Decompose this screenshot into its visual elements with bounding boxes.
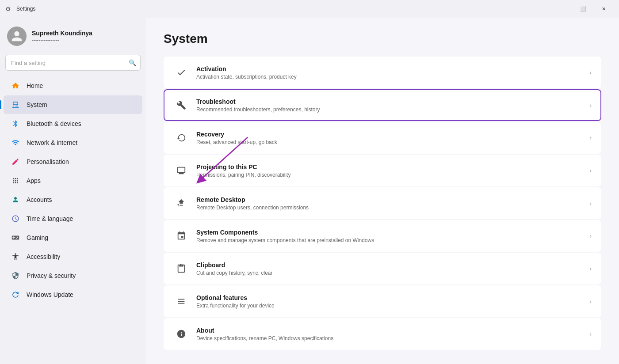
sidebar-item-personalisation[interactable]: Personalisation	[4, 152, 142, 171]
window-controls: ─ ⬜ ✕	[553, 2, 614, 16]
page-title: System	[164, 32, 601, 46]
settings-icon-recovery	[173, 130, 189, 146]
sidebar-item-accounts[interactable]: Accounts	[4, 190, 142, 209]
settings-item-recovery[interactable]: Recovery Reset, advanced start-up, go ba…	[164, 122, 601, 154]
settings-desc-projecting: Permissions, pairing PIN, discoverabilit…	[196, 172, 584, 178]
sidebar-item-update[interactable]: Windows Update	[4, 285, 142, 304]
titlebar: ⚙ Settings ─ ⬜ ✕	[0, 0, 619, 18]
chevron-right-icon: ›	[589, 134, 592, 141]
settings-text-about: About Device specifications, rename PC, …	[196, 327, 584, 341]
settings-text-projecting: Projecting to this PC Permissions, pairi…	[196, 163, 584, 178]
user-info: Supreeth Koundinya ••••••••••••••••	[32, 30, 92, 43]
settings-title-troubleshoot: Troubleshoot	[196, 98, 584, 105]
nav-label-personalisation: Personalisation	[27, 158, 69, 165]
nav-label-bluetooth: Bluetooth & devices	[27, 120, 81, 127]
sidebar-item-apps[interactable]: Apps	[4, 171, 142, 190]
user-name: Supreeth Koundinya	[32, 30, 92, 37]
nav-icon-accessibility	[11, 252, 20, 262]
sidebar-item-home[interactable]: Home	[4, 76, 142, 95]
nav-icon-accounts	[11, 195, 20, 205]
settings-title-activation: Activation	[196, 65, 584, 72]
settings-desc-clipboard: Cut and copy history, sync, clear	[196, 270, 584, 276]
settings-text-optional-features: Optional features Extra functionality fo…	[196, 294, 584, 309]
sidebar-item-system[interactable]: System	[4, 95, 142, 114]
minimize-button[interactable]: ─	[553, 2, 573, 16]
nav-label-accounts: Accounts	[27, 196, 52, 203]
settings-item-clipboard[interactable]: Clipboard Cut and copy history, sync, cl…	[164, 253, 601, 284]
settings-icon-clipboard	[173, 261, 189, 277]
settings-title-clipboard: Clipboard	[196, 262, 584, 269]
maximize-button[interactable]: ⬜	[573, 2, 593, 16]
settings-item-optional-features[interactable]: Optional features Extra functionality fo…	[164, 285, 601, 317]
settings-text-activation: Activation Activation state, subscriptio…	[196, 65, 584, 80]
nav-icon-home	[11, 81, 20, 91]
nav-icon-update	[11, 290, 20, 300]
nav-list: Home System Bluetooth & devices Network …	[0, 76, 146, 304]
sidebar-item-accessibility[interactable]: Accessibility	[4, 247, 142, 266]
nav-label-system: System	[27, 101, 47, 108]
settings-item-system-components[interactable]: System Components Remove and manage syst…	[164, 220, 601, 252]
nav-label-home: Home	[27, 82, 43, 89]
settings-text-troubleshoot: Troubleshoot Recommended troubleshooters…	[196, 98, 584, 113]
chevron-right-icon: ›	[589, 330, 592, 337]
nav-icon-network	[11, 138, 20, 148]
nav-label-update: Windows Update	[27, 291, 73, 298]
settings-desc-about: Device specifications, rename PC, Window…	[196, 335, 584, 341]
settings-icon-activation	[173, 64, 189, 80]
nav-icon-time	[11, 214, 20, 224]
nav-icon-personalisation	[11, 157, 20, 167]
nav-icon-bluetooth	[11, 119, 20, 129]
close-button[interactable]: ✕	[593, 2, 614, 16]
nav-label-network: Network & internet	[27, 139, 77, 146]
settings-icon-optional-features	[173, 293, 189, 309]
search-icon: 🔍	[129, 59, 136, 66]
settings-icon-troubleshoot	[173, 97, 189, 113]
chevron-right-icon: ›	[589, 69, 592, 76]
nav-icon-privacy	[11, 271, 20, 281]
settings-item-activation[interactable]: Activation Activation state, subscriptio…	[164, 57, 601, 88]
settings-icon-system-components	[173, 228, 189, 244]
sidebar: Supreeth Koundinya •••••••••••••••• 🔍 Ho…	[0, 18, 146, 364]
app-title: Settings	[16, 6, 35, 12]
settings-item-remote-desktop[interactable]: Remote Desktop Remote Desktop users, con…	[164, 187, 601, 219]
sidebar-item-network[interactable]: Network & internet	[4, 133, 142, 152]
settings-text-system-components: System Components Remove and manage syst…	[196, 229, 584, 243]
settings-text-recovery: Recovery Reset, advanced start-up, go ba…	[196, 131, 584, 145]
avatar	[7, 27, 27, 46]
settings-title-projecting: Projecting to this PC	[196, 163, 584, 171]
sidebar-item-gaming[interactable]: Gaming	[4, 228, 142, 247]
settings-text-clipboard: Clipboard Cut and copy history, sync, cl…	[196, 262, 584, 276]
nav-label-apps: Apps	[27, 177, 41, 184]
settings-desc-remote-desktop: Remote Desktop users, connection permiss…	[196, 205, 584, 211]
sidebar-item-privacy[interactable]: Privacy & security	[4, 266, 142, 285]
sidebar-item-bluetooth[interactable]: Bluetooth & devices	[4, 114, 142, 133]
settings-list: Activation Activation state, subscriptio…	[164, 57, 601, 350]
settings-icon-about	[173, 326, 189, 342]
settings-title-system-components: System Components	[196, 229, 584, 236]
search-input[interactable]	[5, 55, 141, 71]
nav-label-privacy: Privacy & security	[27, 272, 76, 279]
nav-icon-gaming	[11, 233, 20, 243]
nav-icon-system	[11, 100, 20, 110]
settings-desc-activation: Activation state, subscriptions, product…	[196, 74, 584, 80]
sidebar-item-time[interactable]: Time & language	[4, 209, 142, 228]
main-content: System Activation Activation state, subs…	[146, 18, 619, 364]
settings-icon: ⚙	[5, 5, 11, 12]
settings-desc-troubleshoot: Recommended troubleshooters, preferences…	[196, 106, 584, 113]
nav-label-accessibility: Accessibility	[27, 253, 60, 260]
settings-text-remote-desktop: Remote Desktop Remote Desktop users, con…	[196, 196, 584, 211]
settings-item-troubleshoot[interactable]: Troubleshoot Recommended troubleshooters…	[164, 89, 601, 121]
chevron-right-icon: ›	[589, 232, 592, 239]
settings-item-projecting[interactable]: Projecting to this PC Permissions, pairi…	[164, 155, 601, 186]
settings-desc-system-components: Remove and manage system components that…	[196, 237, 584, 243]
search-box: 🔍	[5, 55, 141, 71]
avatar-icon	[11, 30, 23, 42]
settings-icon-projecting	[173, 163, 189, 178]
user-profile: Supreeth Koundinya ••••••••••••••••	[0, 21, 146, 55]
settings-item-about[interactable]: About Device specifications, rename PC, …	[164, 318, 601, 350]
settings-desc-optional-features: Extra functionality for your device	[196, 303, 584, 309]
settings-title-remote-desktop: Remote Desktop	[196, 196, 584, 203]
chevron-right-icon: ›	[589, 167, 592, 174]
app-container: Supreeth Koundinya •••••••••••••••• 🔍 Ho…	[0, 18, 619, 364]
settings-desc-recovery: Reset, advanced start-up, go back	[196, 139, 584, 145]
